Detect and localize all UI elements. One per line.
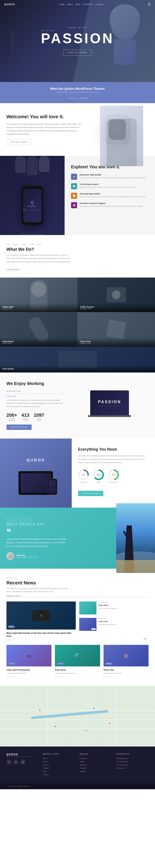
map-pin-blue-2[interactable]: [85, 730, 87, 732]
hamburger-icon[interactable]: ☰: [148, 3, 151, 6]
news-featured-date: 15 July 2024: [6, 639, 76, 641]
nav-link-contact[interactable]: CONTACT: [95, 3, 104, 5]
footer-link-blog[interactable]: Blog: [43, 771, 75, 772]
map-road-vertical-3: [116, 686, 117, 746]
news-card-3[interactable]: BRAND ⏰ Smart Time Brand strategy for gr…: [104, 645, 149, 678]
know-more-button[interactable]: KNOW MORE →: [6, 269, 22, 271]
navbar[interactable]: QUDOS HOME ABOUT BLOG PORTFOLIO CONTACT …: [0, 0, 155, 9]
testimonial-person-image: [116, 503, 155, 573]
footer-social-dr[interactable]: Dribbble: [80, 771, 112, 772]
portfolio-item-coffee[interactable]: Coffee Passion Branding | Photo: [77, 278, 155, 312]
map-road-horizontal-2: [0, 719, 155, 720]
news-main-tag: BLOG: [8, 626, 14, 628]
footer-social-ig[interactable]: Instagram: [80, 764, 112, 766]
everything-cta-button[interactable]: FIND OUT MORE: [78, 491, 103, 496]
breadcrumb-item[interactable]: Work: [6, 244, 10, 245]
subtitle-sub: INSPIRED FOR MAXIMUM CONTENT: [4, 91, 151, 93]
feature-item-3: 📄 Stunning Page Builder Give your site a…: [71, 193, 149, 199]
feature-item-2: 🔄 1-Click Demo Import Import the whole d…: [71, 183, 149, 189]
map-pin-blue-1[interactable]: [93, 707, 95, 709]
feature-3-desc: Give your site any design you can imagin…: [80, 195, 146, 198]
news-card-image-1: PHOTO 🏍: [6, 645, 51, 666]
portfolio-overlay-travel: Travel Time Drawing | Photo: [77, 338, 155, 347]
nav-link-home[interactable]: HOME: [60, 3, 65, 5]
circular-stats: 27% Marketing 65% Design 49%: [78, 469, 149, 483]
hero-section: MADE WITH ♥ PASSION FIND OUT MORE FIND O…: [0, 0, 155, 82]
footer-link-portfolio[interactable]: Portfolio: [43, 767, 75, 769]
map-pin-red-3[interactable]: [54, 725, 56, 727]
map-pin-yellow-1[interactable]: [70, 716, 72, 718]
breadcrumb-item[interactable]: Music: [37, 244, 41, 245]
footer-bottom-bar: © 2024 Qudos. All Rights Reserved.: [0, 783, 155, 789]
nav-link-portfolio[interactable]: PORTFOLIO: [83, 3, 93, 5]
footer-link-contact[interactable]: Contact: [43, 774, 75, 776]
footer-address: 123 Street Name: [116, 764, 149, 766]
phone-mockup: Q QUDOS WE MULTIPURPOSE: [22, 186, 43, 225]
footer-link-services[interactable]: Services: [43, 764, 75, 766]
subtitle-band: Meet the Qudos WordPress Theme! INSPIRED…: [0, 82, 155, 103]
author-name: John Doe: [16, 554, 37, 556]
footer-link-about[interactable]: About: [43, 761, 75, 763]
news-card-title-2: Relax Mood: [55, 669, 100, 672]
stat-clients: 1097 HappyClients: [34, 412, 44, 421]
footer-link-home[interactable]: Home: [43, 757, 75, 760]
map-pin-red-1[interactable]: [39, 709, 41, 711]
instagram-icon[interactable]: in: [20, 760, 26, 765]
show-all-link[interactable]: SHOW ALL: [6, 577, 18, 579]
what-we-do-heading: What We Do?: [6, 247, 149, 252]
qudos-tagline: WE MULTIPURPOSE THEME: [11, 463, 61, 465]
portfolio-overlay-coffee: Coffee Passion Branding | Photo: [77, 303, 155, 312]
design-stat: 65% Design: [93, 469, 104, 483]
map-pin-yellow-3[interactable]: [62, 698, 64, 700]
news-card-tag-1: PHOTO: [8, 662, 15, 665]
breadcrumb-item[interactable]: Agency: [13, 244, 18, 245]
footer-city: New York, NY: [116, 767, 149, 769]
feature-2-title: 1-Click Demo Import: [80, 183, 136, 185]
map-pin-red-2[interactable]: [109, 722, 111, 724]
welcome-body: Our mission is to provide creative tools…: [6, 123, 82, 136]
phone-logo: Q: [31, 200, 34, 205]
portfolio-overlay-relax: Relax Mood Travel | Music: [0, 338, 77, 347]
footer-quick-links-heading: QUICK LINKS: [43, 753, 75, 755]
twitter-icon[interactable]: t: [13, 760, 18, 765]
hero-passion-text: PASSION: [41, 32, 114, 45]
enjoy-cta-button[interactable]: FIND OUT MORE: [6, 425, 32, 430]
welcome-text: Welcome! You will love it. Our mission i…: [6, 114, 82, 145]
scroll-down-icon[interactable]: ↓ SCROLL DOWN: [4, 96, 151, 100]
qudos-logo-large: QUDOS: [11, 458, 61, 463]
nav-link-about[interactable]: ABOUT: [67, 3, 73, 5]
footer-social-col: SOCIAL Facebook Twitter Instagram Pinter…: [80, 753, 112, 777]
news-card-1[interactable]: PHOTO 🏍 Urban Spirit Photography Creativ…: [6, 645, 51, 678]
news-card-2[interactable]: TRAVEL 🌊 Relax Mood Travel and lifestyle…: [55, 645, 100, 678]
facebook-icon[interactable]: f: [6, 760, 12, 765]
footer-phone[interactable]: +1 234 567 890: [116, 761, 149, 763]
portfolio-item-urban[interactable]: Urban Spirit Travel | Photo: [0, 278, 77, 312]
what-we-do-body: Our mission is to provide creative tools…: [6, 254, 71, 264]
news-featured-card: BLOG 💻 Many important brands of all size…: [6, 601, 76, 641]
portfolio-item-pure-sound[interactable]: ♪ Pure Sound: [0, 347, 155, 372]
hero-made-with: MADE WITH: [41, 27, 114, 29]
footer-social-fb[interactable]: Facebook: [80, 757, 112, 760]
news-body: Our mission is to provide creative tools…: [6, 587, 71, 593]
footer-social-tw[interactable]: Twitter: [80, 761, 112, 763]
welcome-cta-button[interactable]: FIND OUT MORE: [6, 139, 31, 145]
view-all-link[interactable]: VIEW ALL POSTS: [6, 595, 149, 597]
author-avatar: [6, 552, 14, 560]
news-side-card-1: NEWS ★ ★ ★ ★ ★ Relax Mood Smart creative…: [79, 601, 149, 614]
footer-email[interactable]: info@qudos.com: [116, 757, 149, 760]
news-card-excerpt-3: Brand strategy for growth: [104, 672, 149, 675]
breadcrumb-item[interactable]: Design: [22, 244, 27, 245]
map-background: [0, 686, 155, 746]
feature-item-4: ⭐ Premium Customer Support We support ou…: [71, 202, 149, 208]
feature-item-1: ⚡ Elementor Page Builder Give your site …: [71, 174, 149, 180]
hero-cta-button[interactable]: FIND OUT MORE: [63, 50, 92, 56]
portfolio-item-travel[interactable]: Travel Time Drawing | Photo: [77, 312, 155, 347]
breadcrumb-item[interactable]: Photo: [30, 244, 34, 245]
footer-social-pt[interactable]: Pinterest: [80, 767, 112, 769]
map-pin-yellow-2[interactable]: [124, 704, 126, 706]
enjoy-section: We Enjoy Working INSPIRATION CRAFTED As …: [0, 372, 155, 438]
feature-1-desc: Give your site any design you can imagin…: [80, 177, 146, 179]
portfolio-item-relax[interactable]: Relax Mood Travel | Music: [0, 312, 77, 347]
footer-logo-sub: WE MULTIPURPOSE THEME: [6, 756, 39, 757]
nav-link-blog[interactable]: BLOG: [76, 3, 80, 5]
